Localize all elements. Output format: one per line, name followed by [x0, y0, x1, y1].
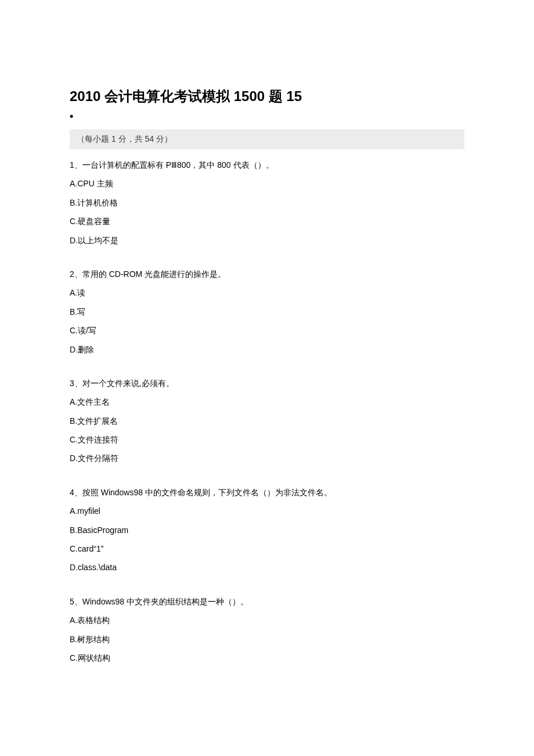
question-block: 3、对一个文件来说,必须有。 A.文件主名 B.文件扩展名 C.文件连接符 D.…: [70, 377, 464, 465]
question-block: 5、Windows98 中文件夹的组织结构是一种（）。 A.表格结构 B.树形结…: [70, 595, 464, 665]
option-c: C.硬盘容量: [70, 215, 464, 228]
option-d: D.class.\data: [70, 561, 464, 574]
question-text: 1、一台计算机的配置标有 PⅢ800，其中 800 代表（）。: [70, 159, 464, 171]
option-c: C.网状结构: [70, 651, 464, 664]
question-text: 4、按照 Windows98 中的文件命名规则，下列文件名（）为非法文件名。: [70, 486, 464, 499]
option-c: C.card“1”: [70, 542, 464, 555]
question-block: 2、常用的 CD-ROM 光盘能进行的操作是。 A.读 B.写 C.读/写 D.…: [70, 268, 464, 356]
option-d: D.删除: [70, 343, 464, 356]
option-a: A.读: [70, 286, 464, 299]
option-d: D.以上均不是: [70, 234, 464, 247]
option-c: C.文件连接符: [70, 433, 464, 446]
option-a: A.文件主名: [70, 395, 464, 408]
option-b: B.文件扩展名: [70, 415, 464, 427]
option-d: D.文件分隔符: [70, 452, 464, 465]
option-b: B.BasicProgram: [70, 524, 464, 537]
option-a: A.CPU 主频: [70, 177, 464, 190]
question-text: 3、对一个文件来说,必须有。: [70, 377, 464, 390]
question-text: 5、Windows98 中文件夹的组织结构是一种（）。: [70, 595, 464, 608]
option-a: A.myfilel: [70, 505, 464, 517]
option-b: B.树形结构: [70, 633, 464, 646]
option-c: C.读/写: [70, 324, 464, 337]
page-title: 2010 会计电算化考试模拟 1500 题 15: [70, 87, 464, 106]
instruction-bar: （每小题 1 分，共 54 分）: [70, 129, 464, 149]
question-block: 4、按照 Windows98 中的文件命名规则，下列文件名（）为非法文件名。 A…: [70, 486, 464, 574]
option-b: B.写: [70, 305, 464, 318]
question-block: 1、一台计算机的配置标有 PⅢ800，其中 800 代表（）。 A.CPU 主频…: [70, 159, 464, 247]
question-text: 2、常用的 CD-ROM 光盘能进行的操作是。: [70, 268, 464, 280]
option-a: A.表格结构: [70, 614, 464, 627]
bullet-mark: •: [70, 110, 464, 123]
option-b: B.计算机价格: [70, 196, 464, 209]
